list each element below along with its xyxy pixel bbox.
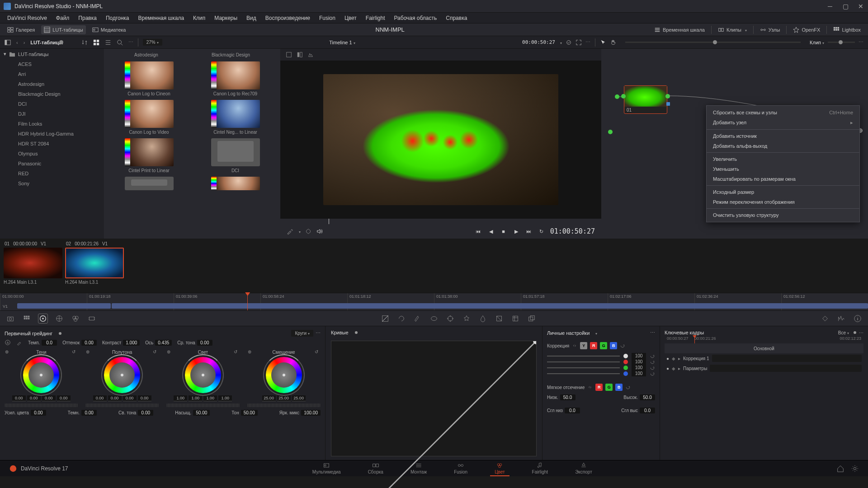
list-view-icon[interactable]: [105, 39, 111, 46]
wheel-slider[interactable]: [86, 404, 158, 407]
hdr-wheels-icon[interactable]: [54, 314, 64, 324]
timeline-toggle[interactable]: Временная шкала: [651, 25, 708, 34]
wheel-slider[interactable]: [5, 404, 77, 407]
viewer-more-icon[interactable]: ⋯: [585, 39, 590, 45]
param-value[interactable]: 50.00: [241, 410, 258, 416]
gallery-toggle[interactable]: Галерея: [5, 25, 38, 34]
lut-item[interactable]: DCI: [194, 138, 277, 173]
wheel-reset-icon[interactable]: ↺: [234, 349, 239, 355]
wheel-value[interactable]: 0.00: [57, 395, 71, 401]
keyframe-mode-icon[interactable]: [820, 314, 830, 324]
menu-маркеры[interactable]: Маркеры: [211, 14, 241, 22]
link-icon[interactable]: [572, 343, 577, 348]
menu-правка[interactable]: Правка: [75, 14, 100, 22]
close-button[interactable]: ✕: [857, 3, 864, 10]
channel-g-button[interactable]: G: [600, 342, 607, 349]
timeline-dropdown[interactable]: Timeline 1: [329, 40, 355, 45]
clips-toggle[interactable]: Клипы: [715, 25, 750, 34]
viewer-split-icon[interactable]: [297, 52, 303, 58]
auto-balance-icon[interactable]: A: [5, 339, 11, 346]
wheel-target-icon[interactable]: ⊕: [5, 349, 10, 355]
openfx-toggle[interactable]: OpenFX: [790, 25, 823, 34]
kf-expand-icon[interactable]: ▸: [678, 356, 680, 361]
lut-item[interactable]: Cintel Neg... to Linear: [194, 100, 277, 135]
hand-icon[interactable]: [610, 39, 616, 46]
camera-raw-icon[interactable]: [5, 314, 15, 324]
pointer-icon[interactable]: [600, 39, 606, 46]
mute-icon[interactable]: [316, 228, 322, 235]
ls-value[interactable]: 0.0: [565, 408, 580, 413]
nodes-toggle[interactable]: Узлы: [757, 25, 783, 34]
settings-icon[interactable]: [851, 465, 859, 473]
context-item[interactable]: Масштабировать по размерам окна: [707, 174, 859, 184]
menu-вид[interactable]: Вид: [243, 14, 260, 22]
lut-folder-item[interactable]: DJI: [0, 109, 104, 119]
tc-dropdown[interactable]: [559, 40, 562, 45]
wheel-reset-icon[interactable]: ↺: [153, 349, 158, 355]
kf-row[interactable]: ●◆▸Коррекция 1: [665, 353, 863, 363]
source-connector[interactable]: [608, 130, 613, 134]
wheel-reset-icon[interactable]: ↺: [72, 349, 77, 355]
nav-fwd[interactable]: ›: [24, 40, 25, 45]
wheel-slider[interactable]: [248, 404, 320, 407]
context-item[interactable]: Режим переключения отображения: [707, 197, 859, 207]
kf-toggle-icon[interactable]: ●: [666, 366, 669, 371]
menu-подгонка[interactable]: Подгонка: [102, 14, 133, 22]
tracker-icon[interactable]: [445, 314, 455, 324]
slider-value[interactable]: 100: [632, 365, 646, 371]
custom-more-icon[interactable]: ⋯: [650, 330, 655, 336]
color-wheel[interactable]: [266, 357, 302, 393]
next-frame-button[interactable]: ⏭: [525, 227, 533, 235]
viewer-scrubber[interactable]: [280, 219, 601, 224]
kf-lock-icon[interactable]: ◆: [672, 356, 675, 361]
menu-рабочая-область[interactable]: Рабочая область: [391, 14, 441, 22]
key-icon[interactable]: [494, 314, 504, 324]
curve-editor[interactable]: [331, 341, 537, 456]
kf-ruler[interactable]: 00:00:50:27 00:00:21:26 00:02:12:23: [665, 335, 863, 343]
context-item[interactable]: Добавить альфа-выход: [707, 141, 859, 151]
reset-softclip-icon[interactable]: [625, 385, 631, 390]
lut-folder-item[interactable]: DCI: [0, 99, 104, 109]
node-in[interactable]: [621, 94, 626, 99]
wheel-value[interactable]: 0.00: [108, 395, 122, 401]
wheel-target-icon[interactable]: ⊕: [86, 349, 91, 355]
panel-toggle-icon[interactable]: [5, 39, 11, 46]
kf-playhead[interactable]: [694, 335, 695, 343]
wheel-value[interactable]: 25.00: [292, 395, 306, 401]
minimize-button[interactable]: ─: [826, 3, 834, 10]
lut-folder-item[interactable]: ACES: [0, 59, 104, 69]
lut-folder-item[interactable]: Arri: [0, 69, 104, 79]
kf-more-icon[interactable]: ⋯: [859, 330, 863, 335]
luts-toggle[interactable]: LUT-таблицы: [41, 25, 85, 34]
lut-item[interactable]: Canon Log to Video: [108, 100, 190, 135]
high-value[interactable]: 50.0: [640, 394, 655, 400]
param-value[interactable]: 0.00: [31, 410, 46, 416]
color-wheel[interactable]: [104, 357, 140, 393]
mixer-slider[interactable]: [547, 373, 620, 374]
picker-icon[interactable]: [287, 228, 293, 235]
curves-icon[interactable]: [380, 314, 390, 324]
channel-b-button[interactable]: B: [610, 342, 617, 349]
node-more-icon[interactable]: ⋯: [859, 39, 863, 45]
stop-button[interactable]: ■: [500, 227, 508, 235]
kf-toggle-icon[interactable]: ●: [666, 356, 669, 361]
prev-frame-button[interactable]: ◀: [487, 227, 495, 235]
node-out[interactable]: [665, 94, 670, 99]
bypass-icon[interactable]: [566, 39, 572, 46]
lut-folder-item[interactable]: Olympus: [0, 149, 104, 159]
wheel-value[interactable]: 0.00: [93, 395, 107, 401]
link2-icon[interactable]: [587, 385, 593, 390]
sizing-icon[interactable]: [510, 314, 520, 324]
lut-folder-item[interactable]: Astrodesign: [0, 79, 104, 89]
colormatch-icon[interactable]: [22, 314, 32, 324]
node-input-connector[interactable]: [615, 94, 619, 99]
param-value[interactable]: 50.00: [193, 410, 210, 416]
scopes-icon[interactable]: [836, 314, 846, 324]
context-item[interactable]: Исходный размер: [707, 187, 859, 197]
wheel-value[interactable]: 1.00: [189, 395, 202, 401]
mixer-slider[interactable]: [547, 356, 620, 357]
kf-track[interactable]: [710, 365, 862, 372]
param-value[interactable]: 0.00: [81, 410, 97, 416]
zoom-dropdown[interactable]: 27%: [143, 39, 162, 46]
loop-button[interactable]: ↻: [538, 227, 546, 235]
